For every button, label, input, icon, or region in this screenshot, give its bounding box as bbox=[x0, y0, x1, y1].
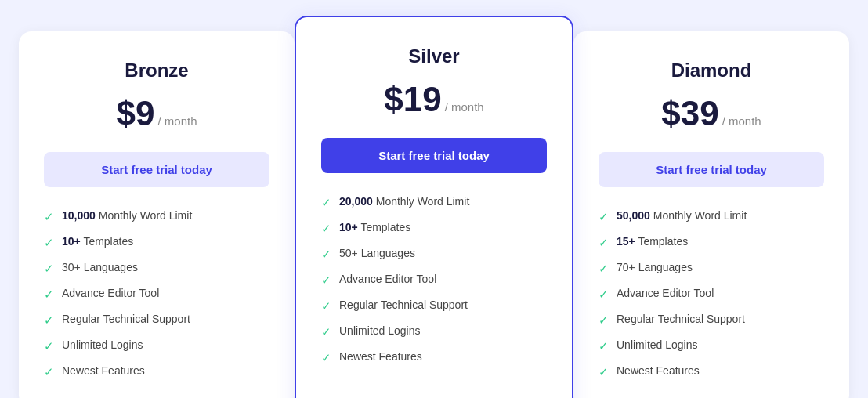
feature-text: Newest Features bbox=[617, 364, 700, 377]
pricing-container: Bronze$9/ monthStart free trial today✓10… bbox=[19, 16, 849, 398]
price-period-bronze: / month bbox=[157, 114, 197, 128]
list-item: ✓70+ Languages bbox=[599, 261, 824, 276]
feature-text: 50,000 Monthly Word Limit bbox=[617, 209, 747, 222]
feature-bold: 10,000 bbox=[62, 209, 96, 222]
check-icon: ✓ bbox=[599, 313, 609, 327]
plan-name-diamond: Diamond bbox=[599, 60, 824, 81]
cta-button-diamond[interactable]: Start free trial today bbox=[599, 152, 824, 187]
list-item: ✓15+ Templates bbox=[599, 235, 824, 250]
list-item: ✓10+ Templates bbox=[44, 235, 269, 250]
list-item: ✓Advance Editor Tool bbox=[599, 287, 824, 302]
list-item: ✓50,000 Monthly Word Limit bbox=[599, 209, 824, 224]
feature-text: Unlimited Logins bbox=[339, 324, 421, 337]
check-icon: ✓ bbox=[321, 273, 331, 288]
check-icon: ✓ bbox=[321, 299, 331, 313]
feature-text: Advance Editor Tool bbox=[62, 287, 159, 299]
check-icon: ✓ bbox=[599, 210, 609, 224]
feature-list-silver: ✓20,000 Monthly Word Limit✓10+ Templates… bbox=[321, 195, 547, 365]
feature-text: Regular Technical Support bbox=[62, 313, 190, 325]
list-item: ✓Advance Editor Tool bbox=[321, 273, 547, 288]
list-item: ✓Regular Technical Support bbox=[321, 298, 547, 313]
list-item: ✓Newest Features bbox=[321, 350, 547, 365]
cta-button-silver[interactable]: Start free trial today bbox=[321, 138, 547, 173]
feature-text: 10+ Templates bbox=[62, 235, 133, 248]
check-icon: ✓ bbox=[44, 339, 54, 353]
list-item: ✓Unlimited Logins bbox=[44, 338, 269, 353]
feature-text: Unlimited Logins bbox=[617, 338, 698, 351]
list-item: ✓Unlimited Logins bbox=[599, 338, 824, 353]
check-icon: ✓ bbox=[321, 325, 331, 339]
feature-text: 15+ Templates bbox=[617, 235, 688, 248]
check-icon: ✓ bbox=[44, 288, 54, 302]
feature-bold: 10+ bbox=[339, 221, 358, 233]
list-item: ✓10+ Templates bbox=[321, 221, 547, 236]
feature-list-bronze: ✓10,000 Monthly Word Limit✓10+ Templates… bbox=[44, 209, 269, 379]
plan-name-silver: Silver bbox=[321, 45, 547, 67]
check-icon: ✓ bbox=[44, 365, 54, 379]
feature-text: 30+ Languages bbox=[62, 261, 138, 273]
list-item: ✓Regular Technical Support bbox=[599, 313, 824, 327]
list-item: ✓50+ Languages bbox=[321, 247, 547, 262]
check-icon: ✓ bbox=[599, 236, 609, 250]
check-icon: ✓ bbox=[44, 236, 54, 250]
plan-price-bronze: $9/ month bbox=[44, 94, 269, 133]
check-icon: ✓ bbox=[599, 288, 609, 302]
pricing-card-silver: Silver$19/ monthStart free trial today✓2… bbox=[295, 16, 573, 398]
list-item: ✓Newest Features bbox=[599, 364, 824, 379]
list-item: ✓Regular Technical Support bbox=[44, 313, 269, 327]
feature-text: Advance Editor Tool bbox=[339, 273, 436, 285]
feature-text: Regular Technical Support bbox=[339, 298, 468, 311]
check-icon: ✓ bbox=[599, 365, 609, 379]
price-amount-diamond: $39 bbox=[661, 94, 718, 133]
check-icon: ✓ bbox=[321, 351, 331, 365]
list-item: ✓Advance Editor Tool bbox=[44, 287, 269, 302]
price-amount-bronze: $9 bbox=[117, 94, 155, 133]
check-icon: ✓ bbox=[321, 196, 331, 210]
feature-bold: 20,000 bbox=[339, 195, 373, 208]
feature-text: 10,000 Monthly Word Limit bbox=[62, 209, 192, 222]
pricing-card-diamond: Diamond$39/ monthStart free trial today✓… bbox=[573, 31, 849, 398]
list-item: ✓20,000 Monthly Word Limit bbox=[321, 195, 547, 210]
feature-text: Advance Editor Tool bbox=[617, 287, 714, 299]
feature-text: 70+ Languages bbox=[617, 261, 693, 273]
pricing-card-bronze: Bronze$9/ monthStart free trial today✓10… bbox=[19, 31, 295, 398]
check-icon: ✓ bbox=[599, 339, 609, 353]
list-item: ✓Unlimited Logins bbox=[321, 324, 547, 339]
feature-bold: 50,000 bbox=[617, 209, 650, 222]
check-icon: ✓ bbox=[321, 248, 331, 262]
list-item: ✓10,000 Monthly Word Limit bbox=[44, 209, 269, 224]
list-item: ✓Newest Features bbox=[44, 364, 269, 379]
price-amount-silver: $19 bbox=[384, 80, 441, 119]
price-period-silver: / month bbox=[445, 100, 484, 114]
feature-text: Unlimited Logins bbox=[62, 338, 143, 351]
cta-button-bronze[interactable]: Start free trial today bbox=[44, 152, 269, 187]
plan-name-bronze: Bronze bbox=[44, 60, 269, 81]
feature-list-diamond: ✓50,000 Monthly Word Limit✓15+ Templates… bbox=[599, 209, 824, 379]
plan-price-silver: $19/ month bbox=[321, 80, 547, 119]
feature-text: Newest Features bbox=[339, 350, 422, 363]
feature-text: 50+ Languages bbox=[339, 247, 415, 259]
list-item: ✓30+ Languages bbox=[44, 261, 269, 276]
check-icon: ✓ bbox=[599, 262, 609, 276]
check-icon: ✓ bbox=[44, 210, 54, 224]
check-icon: ✓ bbox=[44, 313, 54, 327]
price-period-diamond: / month bbox=[722, 114, 761, 128]
check-icon: ✓ bbox=[44, 262, 54, 276]
feature-bold: 15+ bbox=[617, 235, 635, 248]
feature-text: Regular Technical Support bbox=[617, 313, 745, 325]
plan-price-diamond: $39/ month bbox=[599, 94, 824, 133]
check-icon: ✓ bbox=[321, 222, 331, 236]
feature-bold: 10+ bbox=[62, 235, 81, 248]
feature-text: Newest Features bbox=[62, 364, 145, 377]
feature-text: 10+ Templates bbox=[339, 221, 410, 233]
feature-text: 20,000 Monthly Word Limit bbox=[339, 195, 469, 208]
